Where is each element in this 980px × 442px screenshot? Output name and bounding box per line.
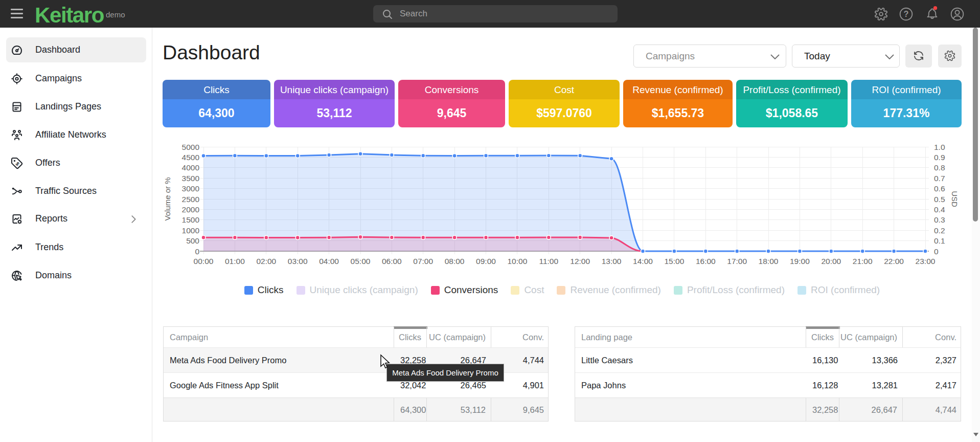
svg-text:18:00: 18:00 [759,257,779,266]
svg-text:0.7: 0.7 [934,174,945,183]
svg-text:02:00: 02:00 [256,257,276,266]
svg-text:0: 0 [934,247,939,256]
svg-text:4500: 4500 [182,153,200,162]
svg-text:07:00: 07:00 [413,257,433,266]
svg-text:09:00: 09:00 [476,257,496,266]
svg-text:0.9: 0.9 [934,153,945,162]
svg-text:5000: 5000 [182,143,200,151]
svg-text:04:00: 04:00 [319,257,339,266]
svg-text:1000: 1000 [182,226,200,235]
svg-text:2000: 2000 [182,205,200,214]
svg-text:01:00: 01:00 [225,257,245,266]
svg-text:0.8: 0.8 [934,163,945,172]
svg-text:USD: USD [950,191,959,207]
svg-text:19:00: 19:00 [790,257,810,266]
svg-text:13:00: 13:00 [602,257,622,266]
svg-text:22:00: 22:00 [884,257,904,266]
svg-text:15:00: 15:00 [665,257,685,266]
svg-text:1500: 1500 [182,215,200,224]
svg-text:0.2: 0.2 [934,226,945,235]
svg-text:500: 500 [186,236,199,245]
svg-text:1.0: 1.0 [934,143,945,151]
svg-text:4000: 4000 [182,163,200,172]
svg-text:12:00: 12:00 [570,257,590,266]
svg-text:0.1: 0.1 [934,236,945,245]
svg-text:05:00: 05:00 [351,257,371,266]
svg-text:3500: 3500 [182,174,200,183]
svg-text:14:00: 14:00 [633,257,653,266]
svg-text:0.3: 0.3 [934,215,945,224]
svg-text:0.4: 0.4 [934,205,945,214]
svg-text:2500: 2500 [182,195,200,204]
svg-text:16:00: 16:00 [696,257,716,266]
svg-text:21:00: 21:00 [853,257,873,266]
svg-text:08:00: 08:00 [445,257,465,266]
svg-text:0: 0 [195,247,199,256]
svg-text:03:00: 03:00 [288,257,308,266]
svg-text:0.6: 0.6 [934,184,945,193]
svg-text:10:00: 10:00 [508,257,528,266]
svg-text:11:00: 11:00 [539,257,558,266]
svg-text:20:00: 20:00 [821,257,841,266]
svg-text:23:00: 23:00 [916,257,936,266]
svg-text:0.5: 0.5 [934,195,945,204]
svg-text:3000: 3000 [182,184,200,193]
svg-text:17:00: 17:00 [727,257,747,266]
svg-text:Volume or %: Volume or % [163,177,172,220]
svg-text:?: ? [904,9,909,18]
svg-text:06:00: 06:00 [382,257,402,266]
svg-text:00:00: 00:00 [194,257,214,266]
